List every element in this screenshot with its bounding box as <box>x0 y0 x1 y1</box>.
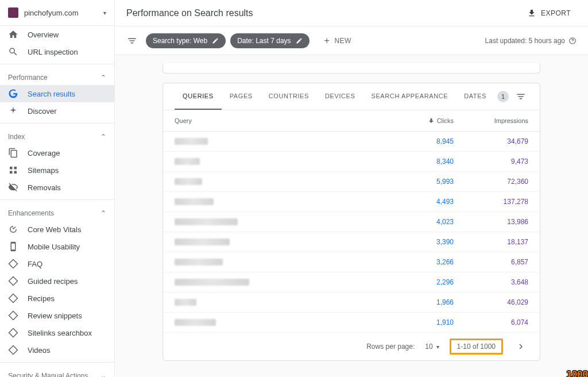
page-title: Performance on Search results <box>126 8 253 18</box>
nav-search-results[interactable]: Search results <box>0 85 114 102</box>
chip-date[interactable]: Date: Last 7 days <box>230 33 309 48</box>
nav-recipes[interactable]: Recipes <box>0 290 114 307</box>
rows-per-page-select[interactable]: 10 ▾ <box>425 343 439 351</box>
nav-label: Search results <box>28 90 75 98</box>
diamond-icon <box>8 345 18 355</box>
table-row[interactable]: 8,94534,679 <box>163 132 540 152</box>
filter-icon[interactable] <box>516 91 526 102</box>
query-text-redacted <box>175 218 238 225</box>
nav-label: Removals <box>28 183 61 192</box>
query-text-redacted <box>175 158 200 165</box>
export-button[interactable]: EXPORT <box>521 5 577 21</box>
chevron-up-icon: ⌃ <box>100 133 106 141</box>
diamond-icon <box>8 259 18 269</box>
table-row[interactable]: 3,39018,137 <box>163 232 540 252</box>
site-selector[interactable]: pinchofyum.com ▾ <box>0 0 114 26</box>
home-icon <box>8 29 18 40</box>
impressions-value: 18,137 <box>454 238 528 246</box>
table-row[interactable]: 3,2666,857 <box>163 252 540 272</box>
sidebar: pinchofyum.com ▾ Overview URL inspection… <box>0 0 115 377</box>
help-icon[interactable] <box>568 37 577 45</box>
nav-label: Recipes <box>28 294 55 303</box>
next-page-button[interactable] <box>513 339 528 354</box>
table-header: Query Clicks Impressions <box>163 110 540 132</box>
queries-card: QUERIES PAGES COUNTRIES DEVICES SEARCH A… <box>163 83 540 361</box>
filter-count-badge[interactable]: 1 <box>497 91 509 102</box>
nav-guided-recipes[interactable]: Guided recipes <box>0 272 114 290</box>
chevron-up-icon: ⌃ <box>100 209 106 217</box>
tab-pages[interactable]: PAGES <box>222 83 261 110</box>
speed-icon <box>8 224 18 234</box>
nav-faq[interactable]: FAQ <box>0 255 114 272</box>
impressions-value: 34,679 <box>454 137 528 145</box>
nav-videos[interactable]: Videos <box>0 341 114 359</box>
nav-sitelinks-searchbox[interactable]: Sitelinks searchbox <box>0 324 114 341</box>
nav-label: Core Web Vitals <box>28 225 81 234</box>
pencil-icon <box>212 37 219 44</box>
tab-devices[interactable]: DEVICES <box>317 83 363 110</box>
nav-coverage[interactable]: Coverage <box>0 144 114 161</box>
caret-down-icon: ▾ <box>436 344 439 350</box>
chevron-right-icon <box>516 341 526 352</box>
chip-search-type[interactable]: Search type: Web <box>146 33 226 48</box>
nav-url-inspection[interactable]: URL inspection <box>0 43 114 60</box>
table-row[interactable]: 4,02313,986 <box>163 212 540 232</box>
nav-section-enhancements[interactable]: Enhancements ⌃ <box>0 203 114 221</box>
section-label: Enhancements <box>8 209 54 217</box>
nav-label: Sitemaps <box>28 166 59 175</box>
pages-icon <box>8 148 18 158</box>
tab-queries[interactable]: QUERIES <box>175 83 222 110</box>
nav-core-web-vitals[interactable]: Core Web Vitals <box>0 221 114 238</box>
impressions-value: 46,029 <box>454 298 528 306</box>
query-text-redacted <box>175 319 216 326</box>
nav-review-snippets[interactable]: Review snippets <box>0 307 114 324</box>
rows-per-page-value: 10 <box>425 343 432 351</box>
nav-sitemaps[interactable]: Sitemaps <box>0 161 114 179</box>
arrow-down-icon <box>428 117 435 124</box>
table-row[interactable]: 1,96646,029 <box>163 293 540 313</box>
main-content: Performance on Search results EXPORT Sea… <box>115 0 588 377</box>
nav-removals[interactable]: Removals <box>0 179 114 196</box>
visibility-off-icon <box>8 182 18 193</box>
clicks-value: 1,966 <box>379 298 454 306</box>
asterisk-icon <box>8 106 18 116</box>
nav-discover[interactable]: Discover <box>0 102 114 120</box>
section-label: Performance <box>8 74 48 82</box>
site-logo <box>8 7 18 18</box>
col-query-header[interactable]: Query <box>175 117 379 124</box>
nav-section-security[interactable]: Security & Manual Actions ⌄ <box>0 366 114 377</box>
download-icon <box>527 9 536 18</box>
export-label: EXPORT <box>541 9 571 17</box>
nav-label: Guided recipes <box>28 277 78 286</box>
clicks-value: 8,340 <box>379 157 454 166</box>
table-row[interactable]: 2,2963,648 <box>163 272 540 293</box>
pencil-icon <box>296 37 303 44</box>
nav-overview[interactable]: Overview <box>0 26 114 43</box>
search-icon <box>8 47 18 57</box>
filter-icon[interactable] <box>126 35 138 47</box>
tab-countries[interactable]: COUNTRIES <box>261 83 317 110</box>
query-text-redacted <box>175 259 223 266</box>
col-impressions-header[interactable]: Impressions <box>454 117 528 124</box>
tab-dates[interactable]: DATES <box>456 83 494 110</box>
tab-search-appearance[interactable]: SEARCH APPEARANCE <box>363 83 457 110</box>
impressions-value: 137,278 <box>454 198 528 206</box>
nav-section-index[interactable]: Index ⌃ <box>0 127 114 144</box>
table-row[interactable]: 5,99372,360 <box>163 172 540 192</box>
col-clicks-header[interactable]: Clicks <box>379 117 454 124</box>
phone-icon <box>8 241 18 252</box>
diamond-icon <box>8 310 18 321</box>
add-filter-button[interactable]: + NEW <box>319 32 357 49</box>
clicks-value: 5,993 <box>379 178 454 186</box>
table-row[interactable]: 8,3409,473 <box>163 152 540 172</box>
table-row[interactable]: 4,493137,278 <box>163 192 540 212</box>
query-text-redacted <box>175 238 230 245</box>
nav-section-performance[interactable]: Performance ⌃ <box>0 68 114 85</box>
site-name-label: pinchofyum.com <box>24 9 103 17</box>
chevron-up-icon: ⌃ <box>100 74 106 82</box>
nav-mobile-usability[interactable]: Mobile Usability <box>0 238 114 255</box>
clicks-value: 8,945 <box>379 137 454 145</box>
table-row[interactable]: 1,9106,074 <box>163 313 540 333</box>
nav-label: Videos <box>28 346 51 355</box>
nav-label: Discover <box>28 107 57 116</box>
